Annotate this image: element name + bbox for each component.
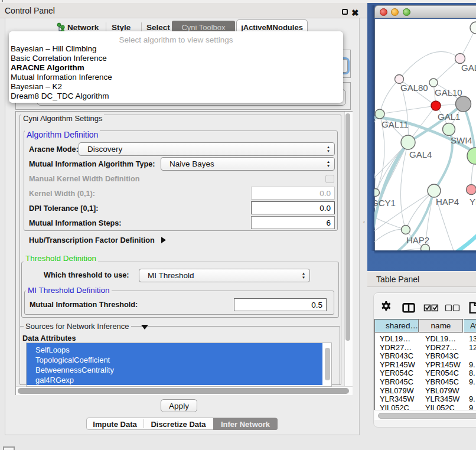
svg-text:HAP2: HAP2 xyxy=(406,235,429,245)
svg-text:HAP4: HAP4 xyxy=(436,197,459,207)
svg-text:GAL10: GAL10 xyxy=(435,87,462,97)
svg-text:GAL1: GAL1 xyxy=(438,112,460,122)
svg-text:GAL7: GAL7 xyxy=(461,63,476,73)
svg-text:GAL4: GAL4 xyxy=(409,149,432,159)
svg-text:GAL11: GAL11 xyxy=(382,119,409,129)
svg-text:GAL80: GAL80 xyxy=(400,83,428,93)
svg-text:YL: YL xyxy=(470,197,476,207)
svg-text:SWI4: SWI4 xyxy=(451,135,472,145)
svg-text:GCY1: GCY1 xyxy=(374,198,396,208)
